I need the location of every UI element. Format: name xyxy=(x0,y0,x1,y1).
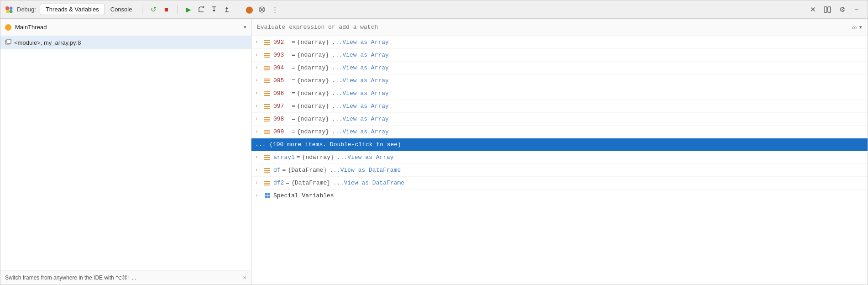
left-panel: MainThread ▾ <module>, my_array.py:8 xyxy=(0,19,251,285)
var-row-df2[interactable]: › df2 = {DataFrame} ...View as DataFrame xyxy=(251,177,868,190)
var-stack-icon xyxy=(263,90,271,97)
svg-rect-20 xyxy=(7,39,11,43)
right-panel: ∞ ▾ › 092 = {ndarray} ...View as Array xyxy=(251,19,868,285)
view-dataframe-link-df[interactable]: ...View as DataFrame xyxy=(329,167,401,174)
debug-label: Debug: xyxy=(17,6,36,13)
clear-icon xyxy=(258,6,266,13)
tab-console[interactable]: Console xyxy=(105,4,138,15)
main-content: MainThread ▾ <module>, my_array.py:8 xyxy=(0,19,868,285)
view-array-link-array1[interactable]: ...View as Array xyxy=(337,154,394,161)
var-row-special[interactable]: › Special Variables xyxy=(251,190,868,202)
expand-arrow[interactable]: › xyxy=(255,180,262,185)
step-out-icon xyxy=(223,6,230,13)
var-row-092[interactable]: › 092 = {ndarray} ...View as Array xyxy=(251,36,868,49)
stop-button[interactable]: ■ xyxy=(161,4,172,15)
expand-arrow[interactable]: › xyxy=(255,155,262,160)
expand-arrow[interactable]: › xyxy=(255,65,262,70)
var-grid-icon xyxy=(263,193,271,199)
expand-arrow[interactable]: › xyxy=(255,129,262,134)
minimize-button[interactable]: − xyxy=(850,3,863,16)
layout-button[interactable] xyxy=(821,3,834,16)
toolbar: Debug: Threads & Variables Console ↺ ■ ▶ xyxy=(0,0,868,19)
thread-selector[interactable]: MainThread ▾ xyxy=(0,19,251,36)
svg-point-4 xyxy=(10,10,13,13)
thread-status-dot xyxy=(5,24,11,31)
var-stack-icon xyxy=(263,39,271,46)
view-array-link-098[interactable]: ...View as Array xyxy=(332,116,389,122)
frame-item[interactable]: <module>, my_array.py:8 xyxy=(0,36,251,49)
view-array-link-095[interactable]: ...View as Array xyxy=(332,77,389,84)
expand-arrow[interactable]: › xyxy=(255,78,262,83)
var-row-095[interactable]: › 095 = {ndarray} ...View as Array xyxy=(251,74,868,87)
var-row-096[interactable]: › 096 = {ndarray} ...View as Array xyxy=(251,87,868,100)
frame-stack-icon xyxy=(5,39,11,45)
step-into-button[interactable] xyxy=(209,4,220,15)
close-hint-button[interactable]: × xyxy=(243,274,246,281)
expand-arrow[interactable]: › xyxy=(255,168,262,173)
expand-arrow[interactable]: › xyxy=(255,104,262,109)
var-row-097[interactable]: › 097 = {ndarray} ...View as Array xyxy=(251,100,868,113)
var-row-array1[interactable]: › array1 = {ndarray} ...View as Array xyxy=(251,151,868,164)
var-row-099[interactable]: › 099 = {ndarray} ...View as Array xyxy=(251,126,868,138)
frame-icon xyxy=(5,39,11,47)
watch-input[interactable] xyxy=(257,24,852,31)
expand-arrow[interactable]: › xyxy=(255,40,262,45)
watch-bar: ∞ ▾ xyxy=(251,19,868,36)
expand-arrow[interactable]: › xyxy=(255,193,262,198)
var-stack-icon xyxy=(263,180,271,186)
separator-1 xyxy=(142,5,142,14)
tab-threads-variables[interactable]: Threads & Variables xyxy=(40,4,105,15)
step-over-icon xyxy=(198,6,205,13)
svg-point-3 xyxy=(6,10,10,13)
step-out-button[interactable] xyxy=(221,4,232,15)
expand-arrow[interactable]: › xyxy=(255,116,262,121)
restart-button[interactable]: ↺ xyxy=(148,4,159,15)
var-row-df[interactable]: › df = {DataFrame} ...View as DataFrame xyxy=(251,164,868,177)
svg-marker-12 xyxy=(225,7,228,9)
svg-point-2 xyxy=(10,6,13,10)
separator-3 xyxy=(238,5,238,14)
svg-point-0 xyxy=(5,5,14,14)
expand-arrow[interactable]: › xyxy=(255,91,262,96)
frame-label: <module>, my_array.py:8 xyxy=(14,39,81,46)
frame-list: <module>, my_array.py:8 xyxy=(0,36,251,270)
view-array-link-096[interactable]: ...View as Array xyxy=(332,90,389,97)
layout-icon xyxy=(824,6,831,13)
clear-button[interactable] xyxy=(256,4,267,15)
watch-dropdown-icon[interactable]: ▾ xyxy=(859,24,862,30)
thread-name: MainThread xyxy=(15,24,244,31)
step-into-icon xyxy=(210,6,218,13)
view-array-link-092[interactable]: ...View as Array xyxy=(332,39,389,46)
svg-marker-9 xyxy=(213,10,215,12)
more-items-row[interactable]: ... (100 more items. Double-click to see… xyxy=(251,138,868,151)
var-stack-icon xyxy=(263,65,271,71)
separator-2 xyxy=(177,5,178,14)
close-button[interactable]: ✕ xyxy=(806,3,819,16)
hint-text: Switch frames from anywhere in the IDE w… xyxy=(5,274,136,281)
var-stack-icon xyxy=(263,52,271,58)
thread-dropdown-icon[interactable]: ▾ xyxy=(244,24,246,30)
resume-button[interactable]: ▶ xyxy=(183,4,194,15)
more-options-button[interactable]: ⋮ xyxy=(269,4,280,15)
view-dataframe-link-df2[interactable]: ...View as DataFrame xyxy=(333,179,404,186)
variables-list: › 092 = {ndarray} ...View as Array › 093 xyxy=(251,36,868,285)
mute-breakpoints-button[interactable]: ⬤ xyxy=(244,4,255,15)
view-array-link-099[interactable]: ...View as Array xyxy=(332,128,389,135)
svg-rect-17 xyxy=(824,7,827,12)
var-row-098[interactable]: › 098 = {ndarray} ...View as Array xyxy=(251,113,868,126)
var-row-093[interactable]: › 093 = {ndarray} ...View as Array xyxy=(251,49,868,62)
expand-arrow[interactable]: › xyxy=(255,53,262,58)
special-variables-label: Special Variables xyxy=(273,192,334,199)
svg-rect-18 xyxy=(828,7,831,12)
step-over-button[interactable] xyxy=(196,4,207,15)
bottom-hint: Switch frames from anywhere in the IDE w… xyxy=(0,270,251,285)
view-array-link-094[interactable]: ...View as Array xyxy=(332,64,389,71)
var-stack-icon xyxy=(263,116,271,122)
view-array-link-097[interactable]: ...View as Array xyxy=(332,103,389,110)
var-stack-icon xyxy=(263,78,271,84)
app-logo xyxy=(4,5,14,15)
var-row-094[interactable]: › 094 = {ndarray} ...View as Array xyxy=(251,62,868,74)
settings-button[interactable]: ⚙ xyxy=(836,3,848,16)
view-array-link-093[interactable]: ...View as Array xyxy=(332,52,389,58)
svg-point-1 xyxy=(5,6,9,10)
